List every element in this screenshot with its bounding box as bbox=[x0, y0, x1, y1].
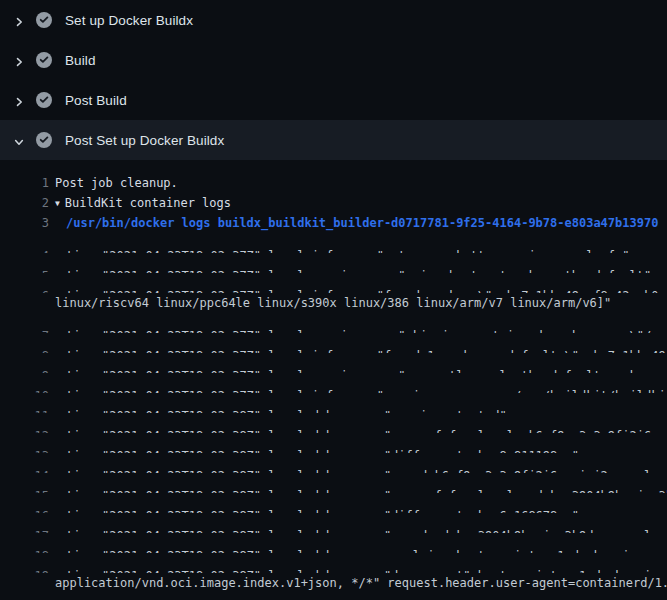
line-number[interactable]: 8 bbox=[0, 346, 49, 353]
log-text: time="2021-04-23T18:02:37Z" level=info m… bbox=[66, 386, 667, 393]
command-text: /usr/bin/docker logs buildx_buildkit_bui… bbox=[66, 213, 658, 233]
log-line: 7time="2021-04-23T18:02:37Z" level=warni… bbox=[0, 313, 667, 333]
check-circle-icon bbox=[36, 132, 52, 148]
log-text: time="2021-04-23T18:02:37Z" level=info m… bbox=[66, 286, 667, 293]
line-number[interactable]: 13 bbox=[0, 446, 49, 453]
log-text: time="2021-04-23T18:02:38Z" level=debug … bbox=[66, 566, 667, 573]
step-row-set-up-docker-buildx[interactable]: Set up Docker Buildx bbox=[0, 0, 667, 40]
log-text: time="2021-04-23T18:02:37Z" level=warnin… bbox=[66, 266, 651, 273]
check-circle-icon bbox=[36, 12, 52, 28]
log-line: 13time="2021-04-23T18:02:38Z" level=debu… bbox=[0, 433, 667, 453]
line-number[interactable]: 2 bbox=[0, 193, 49, 213]
log-text: time="2021-04-23T18:02:37Z" level=info m… bbox=[66, 346, 667, 353]
line-number[interactable]: 4 bbox=[0, 246, 49, 253]
log-line-wrap: linux/riscv64 linux/ppc64le linux/s390x … bbox=[0, 293, 667, 313]
log-line: 5time="2021-04-23T18:02:37Z" level=warni… bbox=[0, 253, 667, 273]
step-row-post-set-up-docker-buildx[interactable]: Post Set up Docker Buildx bbox=[0, 120, 667, 160]
steps-list: Set up Docker BuildxBuildPost BuildPost … bbox=[0, 0, 667, 160]
log-text: time="2021-04-23T18:02:38Z" level=debug … bbox=[66, 486, 667, 493]
line-number[interactable]: 12 bbox=[0, 426, 49, 433]
log-text: time="2021-04-23T18:02:38Z" level=debug … bbox=[66, 526, 667, 533]
log-text: time="2021-04-23T18:02:37Z" level=info m… bbox=[66, 246, 630, 253]
line-number[interactable]: 7 bbox=[0, 326, 49, 333]
log-text: time="2021-04-23T18:02:38Z" level=debug … bbox=[66, 426, 667, 433]
check-circle-icon bbox=[36, 92, 52, 108]
log-group-toggle[interactable]: ▼BuildKit container logs bbox=[55, 193, 231, 213]
log-line: 1Post job cleanup. bbox=[0, 173, 667, 193]
log-text: time="2021-04-23T18:02:38Z" level=debug … bbox=[66, 406, 507, 413]
line-number[interactable]: 1 bbox=[0, 173, 49, 193]
log-line: 4time="2021-04-23T18:02:37Z" level=info … bbox=[0, 233, 667, 253]
log-text: time="2021-04-23T18:02:38Z" level=debug … bbox=[66, 466, 667, 473]
log-line: 11time="2021-04-23T18:02:38Z" level=debu… bbox=[0, 393, 667, 413]
log-line-wrap: application/vnd.oci.image.index.v1+json,… bbox=[0, 573, 667, 593]
step-label: Post Set up Docker Buildx bbox=[65, 133, 224, 148]
log-line: 16time="2021-04-23T18:02:38Z" level=debu… bbox=[0, 493, 667, 513]
log-text: linux/riscv64 linux/ppc64le linux/s390x … bbox=[55, 293, 611, 313]
step-row-post-build[interactable]: Post Build bbox=[0, 80, 667, 120]
log-line: 17time="2021-04-23T18:02:38Z" level=debu… bbox=[0, 513, 667, 533]
log-text: time="2021-04-23T18:02:37Z" level=warnin… bbox=[66, 366, 667, 373]
log-line: 12time="2021-04-23T18:02:38Z" level=debu… bbox=[0, 413, 667, 433]
step-row-build[interactable]: Build bbox=[0, 40, 667, 80]
step-label: Build bbox=[65, 53, 96, 68]
chevron-right-icon bbox=[13, 14, 25, 26]
log-view: 1Post job cleanup.2▼BuildKit container l… bbox=[0, 160, 667, 600]
step-label: Post Build bbox=[65, 93, 127, 108]
log-text: time="2021-04-23T18:02:37Z" level=warnin… bbox=[66, 326, 667, 333]
line-number[interactable]: 16 bbox=[0, 506, 49, 513]
log-line: 14time="2021-04-23T18:02:38Z" level=debu… bbox=[0, 453, 667, 473]
log-line: 3/usr/bin/docker logs buildx_buildkit_bu… bbox=[0, 213, 667, 233]
line-number[interactable]: 15 bbox=[0, 486, 49, 493]
line-number[interactable]: 5 bbox=[0, 266, 49, 273]
log-line: 8time="2021-04-23T18:02:37Z" level=info … bbox=[0, 333, 667, 353]
check-circle-icon bbox=[36, 52, 52, 68]
chevron-down-icon bbox=[13, 134, 25, 146]
log-text: time="2021-04-23T18:02:38Z" level=debug … bbox=[66, 546, 637, 553]
log-line: 2▼BuildKit container logs bbox=[0, 193, 667, 213]
line-number[interactable]: 9 bbox=[0, 366, 49, 373]
line-number[interactable]: 3 bbox=[0, 213, 49, 233]
line-number bbox=[0, 293, 49, 313]
log-line: 10time="2021-04-23T18:02:37Z" level=info… bbox=[0, 373, 667, 393]
log-text: time="2021-04-23T18:02:38Z" level=debug … bbox=[66, 446, 579, 453]
log-group-label: BuildKit container logs bbox=[65, 196, 231, 210]
chevron-right-icon bbox=[13, 54, 25, 66]
log-text: application/vnd.oci.image.index.v1+json,… bbox=[55, 573, 667, 593]
chevron-right-icon bbox=[13, 94, 25, 106]
log-text: time="2021-04-23T18:02:38Z" level=debug … bbox=[66, 506, 579, 513]
line-number[interactable]: 14 bbox=[0, 466, 49, 473]
line-number[interactable]: 19 bbox=[0, 566, 49, 573]
log-line: 9time="2021-04-23T18:02:37Z" level=warni… bbox=[0, 353, 667, 373]
line-number[interactable]: 10 bbox=[0, 386, 49, 393]
line-number[interactable]: 17 bbox=[0, 526, 49, 533]
group-expanded-triangle-icon: ▼ bbox=[55, 194, 65, 213]
line-number[interactable]: 18 bbox=[0, 546, 49, 553]
log-line: 19time="2021-04-23T18:02:38Z" level=debu… bbox=[0, 553, 667, 573]
log-text: Post job cleanup. bbox=[55, 173, 178, 193]
log-line: 15time="2021-04-23T18:02:38Z" level=debu… bbox=[0, 473, 667, 493]
line-number[interactable]: 6 bbox=[0, 286, 49, 293]
step-label: Set up Docker Buildx bbox=[65, 13, 193, 28]
log-line: 6time="2021-04-23T18:02:37Z" level=info … bbox=[0, 273, 667, 293]
line-number[interactable]: 11 bbox=[0, 406, 49, 413]
line-number bbox=[0, 573, 49, 593]
log-line: 20time="2021-04-23T18:02:38Z" level=debu… bbox=[0, 593, 667, 600]
log-line: 18time="2021-04-23T18:02:38Z" level=debu… bbox=[0, 533, 667, 553]
